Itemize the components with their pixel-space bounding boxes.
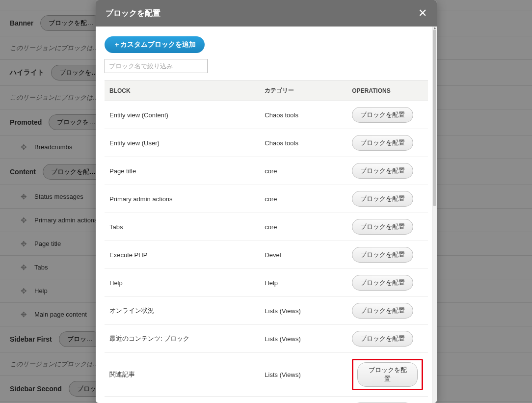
modal-title: ブロックを配置 xyxy=(106,8,160,19)
block-name-cell: 関連記事 xyxy=(105,353,260,397)
block-operations-cell: ブロックを配置 xyxy=(347,157,428,185)
block-operations-cell: ブロックを配置 xyxy=(347,297,428,325)
place-block-button[interactable]: ブロックを配置 xyxy=(352,219,413,235)
block-name-cell: Breadcrumbs xyxy=(105,397,260,403)
table-row: 関連記事Lists (Views)ブロックを配置 xyxy=(105,353,428,397)
place-block-button[interactable]: ブロックを配置 xyxy=(352,191,413,207)
table-row: Primary admin actionscoreブロックを配置 xyxy=(105,185,428,213)
block-operations-cell: ブロックを配置 xyxy=(347,185,428,213)
block-operations-cell: ブロックを配置 xyxy=(347,353,428,397)
block-category-cell: Chaos tools xyxy=(260,101,347,129)
block-filter-input[interactable] xyxy=(105,59,208,73)
block-operations-cell: ブロックを配置 xyxy=(347,325,428,353)
block-operations-cell: ブロックを配置 xyxy=(347,213,428,241)
block-name-cell: Primary admin actions xyxy=(105,185,260,213)
block-operations-cell: ブロックを配置 xyxy=(347,269,428,297)
place-block-button[interactable]: ブロックを配置 xyxy=(352,107,413,123)
table-row: BreadcrumbsSystemブロックを配置 xyxy=(105,397,428,403)
table-row: Entity view (Content)Chaos toolsブロックを配置 xyxy=(105,101,428,129)
block-name-cell: Page title xyxy=(105,157,260,185)
place-block-button[interactable]: ブロックを配置 xyxy=(352,331,413,347)
place-block-button[interactable]: ブロックを配置 xyxy=(352,303,413,319)
block-category-cell: Chaos tools xyxy=(260,129,347,157)
block-category-cell: core xyxy=(260,185,347,213)
block-category-cell: Devel xyxy=(260,241,347,269)
block-operations-cell: ブロックを配置 xyxy=(347,241,428,269)
block-category-cell: Lists (Views) xyxy=(260,325,347,353)
block-operations-cell: ブロックを配置 xyxy=(347,101,428,129)
table-row: オンライン状況Lists (Views)ブロックを配置 xyxy=(105,297,428,325)
table-row: Page titlecoreブロックを配置 xyxy=(105,157,428,185)
column-header-category: カテゴリー xyxy=(260,81,347,101)
place-block-button[interactable]: ブロックを配置 xyxy=(352,275,413,291)
block-category-cell: core xyxy=(260,157,347,185)
block-name-cell: オンライン状況 xyxy=(105,297,260,325)
block-operations-cell: ブロックを配置 xyxy=(347,397,428,403)
block-category-cell: Lists (Views) xyxy=(260,353,347,397)
table-row: Execute PHPDevelブロックを配置 xyxy=(105,241,428,269)
place-block-button[interactable]: ブロックを配置 xyxy=(352,247,413,263)
modal-scrollbar[interactable]: ▴ xyxy=(432,27,437,403)
table-row: Tabscoreブロックを配置 xyxy=(105,213,428,241)
place-block-button[interactable]: ブロックを配置 xyxy=(352,135,413,151)
close-icon[interactable]: ✕ xyxy=(418,8,427,19)
scrollbar-thumb[interactable] xyxy=(433,29,436,206)
table-row: 最近のコンテンツ: ブロックLists (Views)ブロックを配置 xyxy=(105,325,428,353)
place-block-button[interactable]: ブロックを配置 xyxy=(352,163,413,179)
modal-body: ＋カスタムブロックを追加 Block カテゴリー Operations Enti… xyxy=(96,27,437,403)
block-name-cell: Execute PHP xyxy=(105,241,260,269)
block-category-cell: core xyxy=(260,213,347,241)
table-row: Entity view (User)Chaos toolsブロックを配置 xyxy=(105,129,428,157)
block-category-cell: Lists (Views) xyxy=(260,297,347,325)
place-block-button[interactable]: ブロックを配置 xyxy=(357,362,418,387)
block-category-cell: Help xyxy=(260,269,347,297)
block-name-cell: Tabs xyxy=(105,213,260,241)
block-name-cell: Help xyxy=(105,269,260,297)
place-block-modal: ブロックを配置 ✕ ＋カスタムブロックを追加 Block カテゴリー Opera… xyxy=(96,0,437,403)
highlighted-action: ブロックを配置 xyxy=(352,359,423,390)
block-list-table: Block カテゴリー Operations Entity view (Cont… xyxy=(105,80,428,403)
column-header-block: Block xyxy=(105,81,260,101)
add-custom-block-button[interactable]: ＋カスタムブロックを追加 xyxy=(105,36,205,53)
block-name-cell: Entity view (User) xyxy=(105,129,260,157)
block-operations-cell: ブロックを配置 xyxy=(347,129,428,157)
block-name-cell: 最近のコンテンツ: ブロック xyxy=(105,325,260,353)
block-name-cell: Entity view (Content) xyxy=(105,101,260,129)
modal-header: ブロックを配置 ✕ xyxy=(96,0,437,27)
block-category-cell: System xyxy=(260,397,347,403)
column-header-operations: Operations xyxy=(347,81,428,101)
table-row: HelpHelpブロックを配置 xyxy=(105,269,428,297)
